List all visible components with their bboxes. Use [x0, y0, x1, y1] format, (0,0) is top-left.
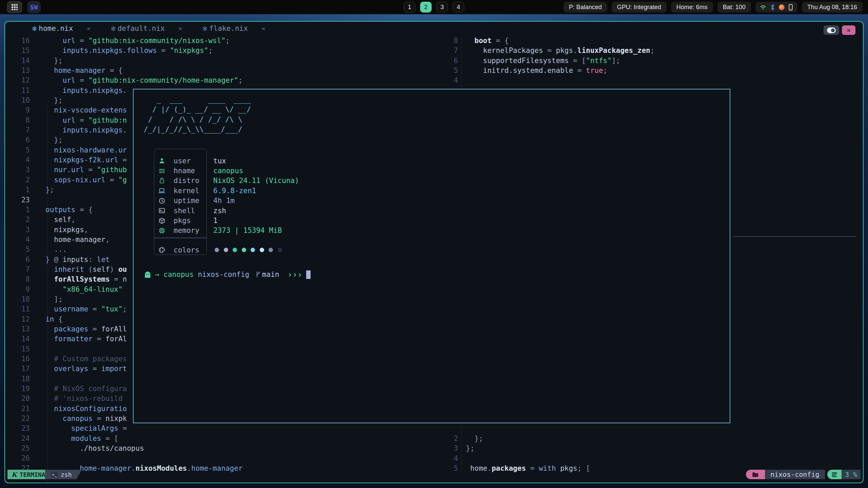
tab-flake.nix[interactable]: ❄flake.nix×	[203, 24, 265, 33]
line-number: 7	[438, 46, 458, 56]
color-swatch	[233, 248, 237, 252]
workspace-3[interactable]: 3	[436, 2, 448, 13]
shell-terminal-icon: >_	[51, 472, 58, 477]
code-line: 23 specialArgs =	[5, 424, 243, 433]
workspace-2[interactable]: 2	[420, 2, 432, 13]
workspace-1[interactable]: 1	[404, 2, 415, 13]
fastfetch-row: hnamecanopus	[134, 166, 730, 176]
fastfetch-row: shellzsh	[134, 206, 730, 216]
cwd-segment: nixos-config	[765, 470, 825, 479]
code-text: initrd.systemd.enable = true;	[466, 66, 607, 76]
battery-pill[interactable]: Bat: 100	[717, 2, 751, 13]
code-text: forAllSystems = n	[45, 274, 127, 284]
editor-tab-bar: ❄home.nix×❄default.nix×❄flake.nix×	[5, 22, 863, 35]
code-text: };	[45, 135, 63, 145]
terminal-bottom-bar: K TERMINAL >_ zsh nixos-config 3 %	[5, 470, 863, 479]
code-line: 3};	[438, 444, 590, 453]
code-line: 5 initrd.systemd.enable = true;	[438, 66, 654, 76]
code-text: in {	[45, 314, 63, 324]
code-text: ...	[45, 245, 67, 255]
fastfetch-row: usertux	[134, 156, 730, 166]
fastfetch-label: uptime	[174, 197, 199, 205]
prompt-cursor	[306, 270, 311, 279]
line-number: 7	[5, 125, 30, 135]
cwd-label: nixos-config	[770, 470, 820, 479]
line-number: 1	[5, 185, 30, 195]
shell-tab-label: zsh	[61, 471, 72, 478]
line-number: 21	[5, 404, 30, 414]
floating-terminal-pane[interactable]: _ ___ ____ ____ / |/ (_)_ __/ __ \/ __/ …	[133, 89, 730, 423]
code-text: self,	[45, 215, 76, 225]
line-number: 25	[5, 444, 30, 453]
line-number: 8	[438, 36, 458, 46]
pane-divider	[733, 236, 856, 237]
line-number: 5	[5, 145, 30, 155]
code-text: modules = [	[45, 434, 118, 444]
code-text: };	[466, 444, 474, 453]
folder-icon	[752, 472, 759, 477]
line-number: 2	[5, 175, 30, 185]
code-line: 24 modules = [	[5, 434, 243, 444]
window-close-button[interactable]: ×	[842, 25, 855, 35]
app-launcher-button[interactable]	[7, 1, 22, 13]
code-text: boot = {	[466, 36, 509, 46]
line-number: 19	[5, 384, 30, 394]
code-text: nixos-hardware.ur	[45, 145, 127, 155]
code-text: username = "tux";	[45, 304, 127, 314]
tray-pill[interactable]	[755, 2, 797, 13]
code-line: 7 kernelPackages = pkgs.linuxPackages_ze…	[438, 46, 654, 56]
gpu-pill[interactable]: GPU: Integrated	[612, 2, 667, 13]
phone-icon	[788, 4, 793, 11]
line-number: 20	[5, 394, 30, 404]
line-number: 10	[5, 96, 30, 105]
workspace-4[interactable]: 4	[453, 2, 464, 13]
tab-close-icon[interactable]: ×	[86, 24, 91, 33]
line-number: 12	[5, 76, 30, 85]
nix-snowflake-icon: ❄	[203, 24, 207, 33]
line-number: 5	[5, 245, 30, 255]
clock-icon	[158, 198, 165, 204]
tab-default.nix[interactable]: ❄default.nix×	[111, 24, 182, 33]
line-number: 15	[5, 344, 30, 354]
code-text: home-manager = {	[45, 66, 123, 76]
line-number: 16	[5, 36, 30, 46]
workspaces: 1234	[404, 2, 464, 13]
color-swatch	[269, 248, 273, 252]
editor-pane-default[interactable]: 8 boot = {7 kernelPackages = pkgs.linuxP…	[438, 36, 654, 86]
line-number: 5	[438, 66, 458, 76]
line-number: 16	[5, 354, 30, 364]
wifi-icon	[760, 4, 766, 11]
code-text: inputs.nixpkgs.	[45, 86, 127, 96]
nix-snowflake-icon: ❄	[32, 24, 37, 33]
line-number: 17	[5, 364, 30, 374]
fastfetch-label: distro	[174, 177, 199, 185]
line-number: 2	[5, 215, 30, 225]
clock-pill[interactable]: Thu Aug 08, 18:16	[802, 2, 863, 13]
cwd-folder-segment	[746, 470, 765, 479]
power-profile-pill[interactable]: P: Balanced	[564, 2, 607, 13]
code-text: };	[466, 434, 483, 444]
tab-close-icon[interactable]: ×	[178, 24, 182, 33]
package-icon	[158, 218, 165, 224]
window-toggle-button[interactable]	[824, 25, 839, 35]
code-text: packages = forAll	[45, 324, 127, 334]
fastfetch-value: tux	[213, 157, 226, 165]
shell-prompt[interactable]: → canopus nixos-config main ›››	[144, 269, 311, 280]
wallpaper-tool-button[interactable]: $W	[27, 1, 41, 13]
line-number: 4	[438, 454, 458, 464]
code-text: url = "github:n	[45, 116, 127, 125]
shell-tab[interactable]: >_ zsh	[45, 470, 82, 479]
color-swatch	[278, 248, 282, 252]
nixos-ascii-logo: _ ___ ____ ____ / |/ (_)_ __/ __ \/ __/ …	[144, 95, 251, 135]
code-text: };	[45, 96, 63, 105]
code-line: 12 url = "github:nix-community/home-mana…	[5, 76, 243, 85]
line-number: 15	[5, 46, 30, 56]
line-number: 26	[5, 453, 30, 463]
tab-home.nix[interactable]: ❄home.nix×	[32, 24, 91, 33]
code-text: specialArgs =	[45, 424, 127, 433]
tab-close-icon[interactable]: ×	[261, 24, 265, 33]
ping-pill[interactable]: Home: 6ms	[671, 2, 713, 13]
code-line: 4	[438, 76, 654, 85]
fastfetch-value: 4h 1m	[213, 197, 235, 205]
editor-pane-home[interactable]: 2 };3};45 home.packages = with pkgs; [	[438, 434, 590, 473]
